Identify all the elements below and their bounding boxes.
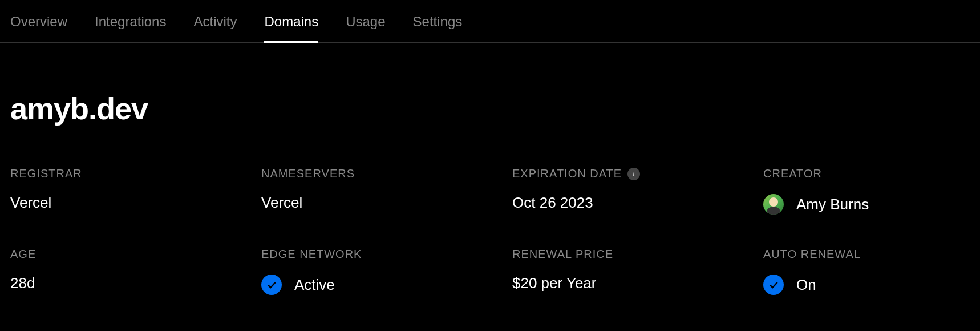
creator-value: Amy Burns bbox=[763, 194, 970, 215]
renewal-price-label: Renewal Price bbox=[512, 248, 763, 261]
check-icon bbox=[261, 275, 282, 295]
info-edge-network: Edge Network Active bbox=[261, 248, 512, 295]
tab-nav: Overview Integrations Activity Domains U… bbox=[0, 0, 980, 43]
registrar-value: Vercel bbox=[10, 194, 261, 212]
info-creator: Creator Amy Burns bbox=[763, 167, 970, 215]
renewal-price-value: $20 per Year bbox=[512, 275, 763, 292]
tab-integrations[interactable]: Integrations bbox=[95, 14, 166, 42]
info-icon[interactable]: i bbox=[627, 168, 640, 180]
info-registrar: Registrar Vercel bbox=[10, 167, 261, 215]
info-auto-renewal: Auto Renewal On bbox=[763, 248, 970, 295]
expiration-label-text: Expiration Date bbox=[512, 167, 622, 180]
main-content: amyb.dev Registrar Vercel Nameservers Ve… bbox=[0, 43, 980, 295]
tab-usage[interactable]: Usage bbox=[346, 14, 385, 42]
creator-name: Amy Burns bbox=[796, 196, 869, 213]
info-nameservers: Nameservers Vercel bbox=[261, 167, 512, 215]
avatar[interactable] bbox=[763, 194, 784, 215]
info-expiration: Expiration Date i Oct 26 2023 bbox=[512, 167, 763, 215]
edge-network-status: Active bbox=[294, 276, 335, 294]
tab-domains[interactable]: Domains bbox=[264, 14, 318, 42]
auto-renewal-status: On bbox=[796, 276, 816, 294]
tab-activity[interactable]: Activity bbox=[193, 14, 237, 42]
age-label: Age bbox=[10, 248, 261, 261]
expiration-label: Expiration Date i bbox=[512, 167, 763, 180]
domain-name: amyb.dev bbox=[10, 91, 970, 126]
registrar-label: Registrar bbox=[10, 167, 261, 180]
edge-network-label: Edge Network bbox=[261, 248, 512, 261]
age-value: 28d bbox=[10, 275, 261, 292]
edge-network-value: Active bbox=[261, 275, 512, 295]
tab-settings[interactable]: Settings bbox=[413, 14, 463, 42]
info-grid: Registrar Vercel Nameservers Vercel Expi… bbox=[10, 167, 970, 295]
nameservers-label: Nameservers bbox=[261, 167, 512, 180]
nameservers-value: Vercel bbox=[261, 194, 512, 212]
info-renewal-price: Renewal Price $20 per Year bbox=[512, 248, 763, 295]
auto-renewal-value: On bbox=[763, 275, 970, 295]
info-age: Age 28d bbox=[10, 248, 261, 295]
tab-overview[interactable]: Overview bbox=[10, 14, 67, 42]
creator-label: Creator bbox=[763, 167, 970, 180]
expiration-value: Oct 26 2023 bbox=[512, 194, 763, 212]
check-icon bbox=[763, 275, 784, 295]
auto-renewal-label: Auto Renewal bbox=[763, 248, 970, 261]
